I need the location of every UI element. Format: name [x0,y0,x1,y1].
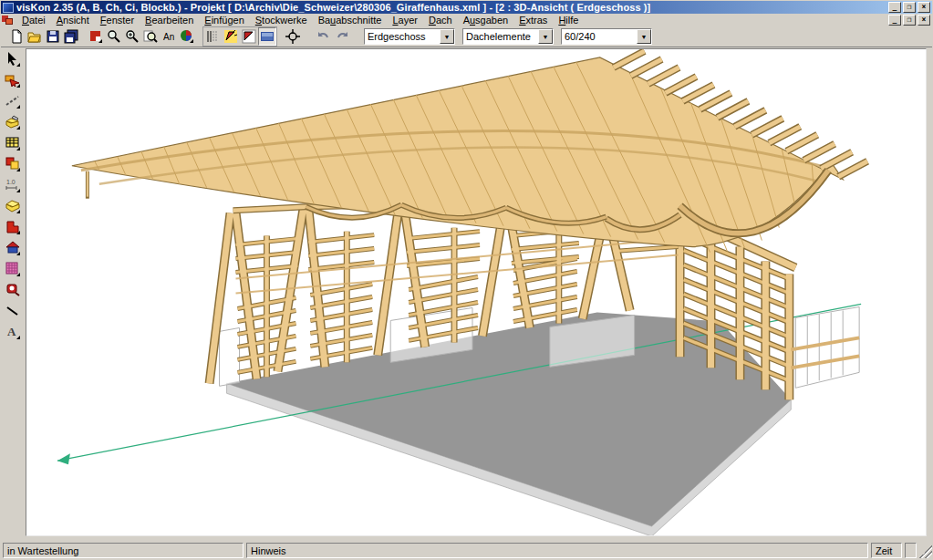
child-minimize-button[interactable]: _ [888,15,901,26]
menu-einfgen[interactable]: Einfügen [199,14,249,26]
insert-arrows-icon [5,72,21,88]
main-toolbar: An [1,26,932,47]
red-corner-icon [5,219,21,235]
chevron-down-icon[interactable]: ▼ [538,29,553,44]
svg-text:An: An [163,32,174,42]
zoom-window-button[interactable] [141,27,160,46]
viskon-window: visKon 2.35 (A, B, Ch, Ci, Blockb.) - Pr… [0,0,933,560]
element-combo-value: Dachelemente [463,30,538,43]
text-tool[interactable]: A [3,322,23,342]
roof [72,51,867,253]
save-button[interactable] [44,27,62,46]
center-view-button[interactable] [284,27,302,46]
svg-text:1.0: 1.0 [6,179,16,185]
hidden-line-icon [223,29,238,44]
status-hint: Hinweis [246,543,868,558]
close-button[interactable]: × [917,2,930,13]
line-tool[interactable] [3,301,23,321]
svg-text:A: A [7,325,16,338]
print-view-icon [88,29,103,44]
dashed-line-icon [5,93,21,109]
wall-grid-tool[interactable] [3,133,23,153]
restore-button[interactable]: ❐ [903,2,916,13]
open-button[interactable] [26,27,44,46]
chevron-down-icon[interactable]: ▼ [637,29,651,44]
storey-combo-value: Erdgeschoss [365,30,440,43]
menu-layer[interactable]: Layer [387,14,423,26]
resize-grip[interactable] [919,545,932,558]
zoom-out-icon [107,29,121,44]
construction-line-tool[interactable] [3,91,23,111]
menu-datei[interactable]: Datei [16,14,51,26]
roof-tool[interactable] [3,238,23,258]
box-pencil-icon [5,114,21,130]
menu-bauabschnitte[interactable]: Bauabschnitte [313,14,388,26]
status-extra [905,543,917,558]
tool-column: 1.0 A [1,48,25,539]
titlebar[interactable]: visKon 2.35 (A, B, Ch, Ci, Blockb.) - Pr… [1,1,932,14]
hatch-tool[interactable] [3,259,23,279]
dimension-tool[interactable]: 1.0 [3,175,23,195]
menu-fenster[interactable]: Fenster [95,14,140,26]
beam-tool[interactable] [3,196,23,216]
view-hidden-line-button[interactable] [222,27,240,46]
zoom-window-icon [143,29,158,44]
cursor-arrow-icon [5,51,21,67]
wireframe-icon [205,29,220,44]
zoom-out-button[interactable] [105,27,123,46]
corner-tool[interactable] [3,217,23,237]
zoom-in-icon [125,29,140,44]
house-icon [5,240,21,256]
edit-box-tool[interactable] [3,112,23,132]
measure-tool[interactable] [3,280,23,300]
save-all-icon [64,29,78,44]
storey-combo[interactable]: Erdgeschoss ▼ [364,28,455,45]
view-wireframe-button[interactable] [203,27,222,46]
line-icon [5,303,21,319]
child-close-button[interactable]: × [917,15,930,26]
insert-element-tool[interactable] [3,70,23,90]
new-button[interactable] [7,27,26,46]
dimension-icon: 1.0 [5,177,21,193]
menu-stockwerke[interactable]: Stockwerke [250,14,313,26]
select-tool[interactable] [3,49,23,69]
chevron-down-icon[interactable]: ▼ [440,29,454,44]
menu-ausgaben[interactable]: Ausgaben [458,14,514,26]
menubar: DateiAnsichtFensterBearbeitenEinfügenSto… [1,14,932,26]
menu-dach[interactable]: Dach [423,14,458,26]
beam-box-icon [5,198,21,214]
zoom-in-button[interactable] [123,27,141,46]
open-folder-icon [27,29,42,44]
textured-icon [260,29,275,44]
timber-model [26,49,926,535]
materials-button[interactable] [178,27,196,46]
blocks-icon [5,156,21,172]
menu-ansicht[interactable]: Ansicht [51,14,95,26]
child-restore-button[interactable]: ❐ [903,15,916,26]
cross-section-combo-value: 60/240 [562,30,637,43]
status-time: Zeit [871,543,902,558]
minimize-button[interactable]: _ [888,2,901,13]
wall-grid-icon [5,135,21,151]
menu-extras[interactable]: Extras [513,14,553,26]
viewport-3d[interactable] [26,48,927,536]
save-all-button[interactable] [62,27,80,46]
print-view-button[interactable] [87,27,105,46]
crosshair-icon [285,29,300,44]
new-document-icon [9,29,24,44]
view-textured-button[interactable] [258,27,276,46]
menu-hilfe[interactable]: Hilfe [553,14,584,26]
mdi-child-icon[interactable] [2,15,14,26]
zoom-all-icon: An [161,29,176,44]
status-mode: in Wartestellung [3,543,244,558]
view-shaded-button[interactable] [240,27,258,46]
redo-button[interactable] [333,27,351,46]
element-combo[interactable]: Dachelemente ▼ [462,28,554,45]
menu-bearbeiten[interactable]: Bearbeiten [140,14,199,26]
block-tool[interactable] [3,154,23,174]
cross-section-combo[interactable]: 60/240 ▼ [561,28,652,45]
undo-button[interactable] [315,27,333,46]
zoom-all-button[interactable]: An [160,27,178,46]
app-icon [3,3,14,13]
statusbar: in Wartestellung Hinweis Zeit [1,541,932,559]
